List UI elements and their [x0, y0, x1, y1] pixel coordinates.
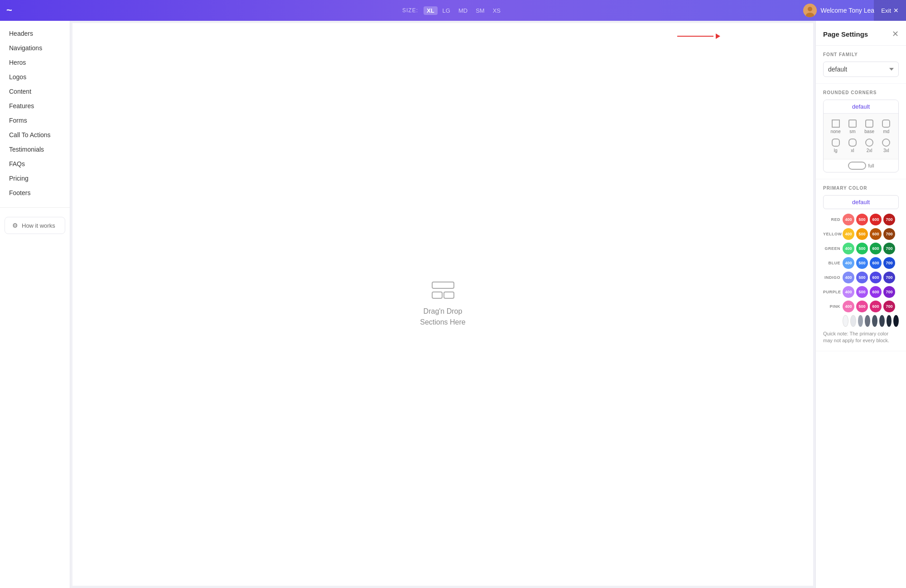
sidebar-item-navigations[interactable]: Navigations [0, 41, 70, 55]
settings-title: Page Settings [823, 30, 868, 38]
avatar [803, 4, 817, 17]
primary-color-label: PRIMARY COLOR [823, 186, 899, 191]
rounded-3xl[interactable]: 3xl [878, 136, 895, 155]
exit-button[interactable]: Exit ✕ [874, 0, 906, 21]
sidebar-item-headers[interactable]: Headers [0, 26, 70, 41]
indigo-500[interactable]: 500 [856, 272, 868, 283]
rounded-options-container: default none sm base [823, 100, 899, 172]
green-500[interactable]: 500 [856, 243, 868, 254]
size-sm-button[interactable]: SM [472, 6, 488, 15]
indigo-400[interactable]: 400 [843, 272, 854, 283]
color-row-yellow: YELLOW 400 500 600 700 [823, 228, 899, 240]
gray-800[interactable] [887, 315, 892, 327]
purple-600[interactable]: 600 [870, 286, 882, 298]
gray-500[interactable] [865, 315, 870, 327]
sidebar: Headers Navigations Heros Logos Content … [0, 21, 70, 588]
svg-rect-13 [882, 139, 890, 146]
sidebar-item-call-to-actions[interactable]: Call To Actions [0, 128, 70, 142]
size-xs-button[interactable]: XS [490, 6, 504, 15]
red-600[interactable]: 600 [870, 214, 882, 225]
color-label-indigo: INDIGO [823, 275, 840, 280]
sidebar-item-features[interactable]: Features [0, 99, 70, 113]
red-500[interactable]: 500 [856, 214, 868, 225]
logo: ~ [6, 5, 12, 16]
font-family-select[interactable]: default serif mono [823, 62, 899, 77]
pink-400[interactable]: 400 [843, 301, 854, 312]
sidebar-item-forms[interactable]: Forms [0, 113, 70, 128]
rounded-grid: none sm base md [824, 114, 898, 159]
rounded-base[interactable]: base [861, 117, 878, 136]
indigo-swatches: 400 500 600 700 [843, 272, 895, 283]
color-label-green: GREEN [823, 246, 840, 251]
color-label-red: RED [823, 217, 840, 222]
sidebar-item-heros[interactable]: Heros [0, 55, 70, 70]
font-family-label: FONT FAMILY [823, 52, 899, 57]
pink-700[interactable]: 700 [883, 301, 895, 312]
gray-200[interactable] [850, 315, 856, 327]
drag-drop-icon [432, 282, 454, 301]
sidebar-item-logos[interactable]: Logos [0, 70, 70, 84]
sidebar-item-content[interactable]: Content [0, 84, 70, 99]
yellow-500[interactable]: 500 [856, 228, 868, 240]
rounded-lg[interactable]: lg [827, 136, 844, 155]
svg-rect-9 [882, 120, 890, 127]
settings-close-button[interactable]: ✕ [892, 29, 899, 39]
svg-rect-10 [832, 139, 839, 146]
rounded-corners-label: ROUNDED CORNERS [823, 90, 899, 95]
svg-rect-11 [849, 139, 856, 146]
blue-600[interactable]: 600 [870, 257, 882, 269]
yellow-600[interactable]: 600 [870, 228, 882, 240]
svg-rect-6 [832, 120, 839, 127]
size-controls: SIZE: XL LG MD SM XS [402, 6, 504, 15]
sidebar-nav-section: Headers Navigations Heros Logos Content … [0, 26, 70, 200]
size-md-button[interactable]: MD [455, 6, 471, 15]
sidebar-item-faqs[interactable]: FAQs [0, 157, 70, 171]
gray-900[interactable] [893, 315, 899, 327]
sidebar-item-footers[interactable]: Footers [0, 186, 70, 200]
svg-rect-5 [444, 292, 454, 298]
red-700[interactable]: 700 [883, 214, 895, 225]
rounded-none[interactable]: none [827, 117, 844, 136]
green-400[interactable]: 400 [843, 243, 854, 254]
rounded-default-button[interactable]: default [824, 100, 898, 114]
rounded-md[interactable]: md [878, 117, 895, 136]
color-row-green: GREEN 400 500 600 700 [823, 243, 899, 254]
yellow-700[interactable]: 700 [883, 228, 895, 240]
color-label-yellow: YELLOW [823, 232, 840, 236]
pink-600[interactable]: 600 [870, 301, 882, 312]
sidebar-divider [0, 207, 70, 208]
color-row-pink: PINK 400 500 600 700 [823, 301, 899, 312]
rounded-2xl[interactable]: 2xl [861, 136, 878, 155]
how-it-works-button[interactable]: ⚙ How it works [5, 217, 65, 234]
sidebar-item-pricing[interactable]: Pricing [0, 171, 70, 186]
rounded-sm[interactable]: sm [844, 117, 861, 136]
rounded-xl[interactable]: xl [844, 136, 861, 155]
blue-700[interactable]: 700 [883, 257, 895, 269]
svg-rect-12 [866, 139, 873, 146]
size-xl-button[interactable]: XL [424, 6, 438, 15]
purple-700[interactable]: 700 [883, 286, 895, 298]
green-700[interactable]: 700 [883, 243, 895, 254]
drag-drop-text: Drag'n Drop Sections Here [420, 306, 466, 328]
gray-600[interactable] [872, 315, 877, 327]
blue-400[interactable]: 400 [843, 257, 854, 269]
canvas-area[interactable]: Drag'n Drop Sections Here [70, 21, 815, 588]
color-row-blue: BLUE 400 500 600 700 [823, 257, 899, 269]
pink-500[interactable]: 500 [856, 301, 868, 312]
red-400[interactable]: 400 [843, 214, 854, 225]
sidebar-item-testimonials[interactable]: Testimonials [0, 142, 70, 157]
yellow-400[interactable]: 400 [843, 228, 854, 240]
indigo-700[interactable]: 700 [883, 272, 895, 283]
gray-400[interactable] [858, 315, 863, 327]
purple-500[interactable]: 500 [856, 286, 868, 298]
size-lg-button[interactable]: LG [439, 6, 453, 15]
purple-400[interactable]: 400 [843, 286, 854, 298]
green-600[interactable]: 600 [870, 243, 882, 254]
indigo-600[interactable]: 600 [870, 272, 882, 283]
blue-500[interactable]: 500 [856, 257, 868, 269]
rounded-full-row[interactable]: full [824, 159, 898, 172]
gray-100[interactable] [843, 315, 848, 327]
canvas-drop-area[interactable]: Drag'n Drop Sections Here [72, 23, 813, 586]
gray-700[interactable] [879, 315, 885, 327]
color-default-button[interactable]: default [823, 195, 899, 209]
